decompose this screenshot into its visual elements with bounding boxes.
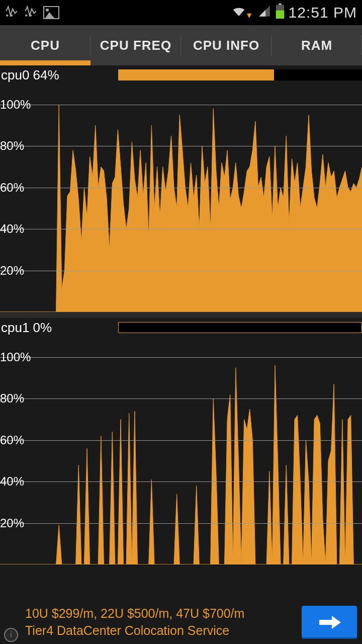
ytick-label: 100% [0, 98, 31, 112]
cpu1-label: cpu1 0% [1, 320, 52, 336]
cpu1-header: cpu1 0% [0, 318, 362, 337]
cpu1-block: cpu1 0% 20%40%60%80%100% [0, 318, 362, 565]
svg-rect-4 [279, 4, 281, 5]
ad-line2: Tier4 DataCenter Colocation Service [25, 622, 244, 639]
activity-icon [24, 5, 37, 21]
cpu0-block: cpu0 64% 20%40%60%80%100% [0, 65, 362, 312]
tab-label: CPU INFO [193, 38, 259, 53]
image-icon [43, 6, 59, 19]
ytick-label: 100% [0, 350, 31, 364]
tab-cpu[interactable]: CPU [0, 25, 90, 65]
tab-cpu-freq[interactable]: CPU FREQ [90, 25, 181, 65]
ytick-label: 20% [0, 264, 24, 278]
svg-point-0 [7, 15, 8, 16]
cpu0-label: cpu0 64% [1, 67, 59, 83]
signal-icon [257, 5, 272, 21]
ytick-label: 80% [0, 391, 24, 406]
tab-bar: CPU CPU FREQ CPU INFO RAM [0, 25, 362, 65]
android-status-bar: ▼ 12:51 PM [0, 0, 362, 25]
ytick-label: 60% [0, 433, 24, 447]
cpu0-chart: 20%40%60%80%100% [0, 85, 362, 312]
ad-arrow-button[interactable] [302, 606, 357, 639]
ytick-label: 80% [0, 139, 24, 153]
ytick-label: 40% [0, 474, 24, 489]
tab-cpu-info[interactable]: CPU INFO [181, 25, 272, 65]
cpu1-bar [118, 322, 362, 333]
battery-icon [276, 4, 285, 22]
cpu0-bar [118, 69, 362, 80]
activity-icon [5, 5, 18, 21]
ad-line1: 10U $299/m, 22U $500/m, 47U $700/m [25, 605, 244, 622]
wifi-icon [231, 5, 246, 21]
download-icon: ▼ [245, 11, 253, 20]
cpu1-chart: 20%40%60%80%100% [0, 337, 362, 565]
svg-rect-6 [276, 10, 284, 18]
cpu0-header: cpu0 64% [0, 65, 362, 85]
cpu0-bar-fill [118, 69, 274, 80]
ad-banner[interactable]: i 10U $299/m, 22U $500/m, 47U $700/m Tie… [0, 601, 362, 644]
ytick-label: 60% [0, 181, 24, 195]
svg-point-1 [11, 15, 12, 16]
ytick-label: 40% [0, 222, 24, 236]
tab-label: CPU [31, 38, 60, 53]
tab-ram[interactable]: RAM [272, 25, 362, 65]
tab-label: CPU FREQ [100, 38, 171, 53]
arrow-right-icon [317, 614, 342, 631]
svg-point-2 [26, 15, 27, 16]
ad-info-icon[interactable]: i [4, 628, 18, 642]
divider [0, 312, 362, 318]
svg-point-3 [30, 15, 31, 16]
ytick-label: 20% [0, 516, 24, 530]
tab-label: RAM [301, 38, 332, 53]
active-tab-underline [0, 60, 90, 65]
ad-text: 10U $299/m, 22U $500/m, 47U $700/m Tier4… [25, 605, 244, 639]
clock: 12:51 PM [289, 4, 357, 21]
